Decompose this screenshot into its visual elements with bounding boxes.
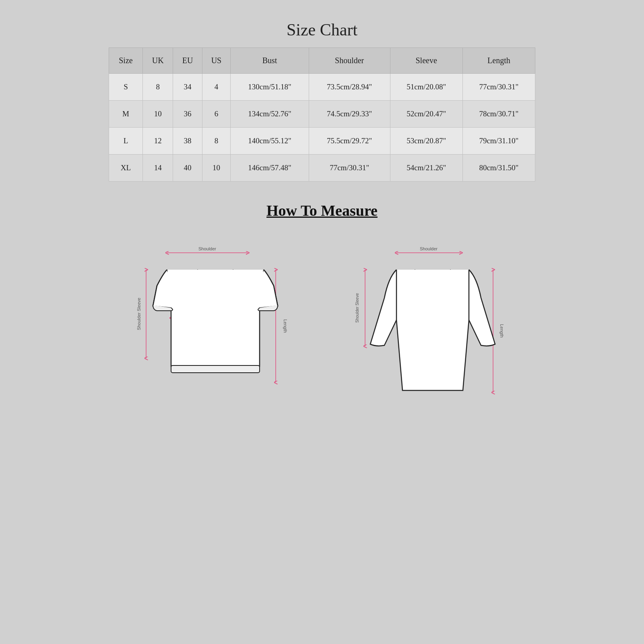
size-chart-table: Size UK EU US Bust Shoulder Sleeve Lengt… (109, 47, 535, 182)
table-cell: 75.5cm/29.72" (309, 128, 390, 155)
table-row: L12388140cm/55.12"75.5cm/29.72"53cm/20.8… (109, 128, 535, 155)
how-to-measure-title: How To Measure (266, 202, 378, 219)
table-cell: 8 (142, 74, 173, 101)
table-cell: 36 (173, 101, 202, 128)
table-cell: 52cm/20.47" (390, 101, 462, 128)
col-sleeve: Sleeve (390, 48, 462, 74)
table-row: M10366134cm/52.76"74.5cm/29.33"52cm/20.4… (109, 101, 535, 128)
diagrams-row: Shoulder Shoulder Sleeve Length Bust (109, 225, 535, 411)
table-cell: 74.5cm/29.33" (309, 101, 390, 128)
table-cell: 140cm/55.12" (231, 128, 309, 155)
table-cell: 12 (142, 128, 173, 155)
page-title: Size Chart (113, 20, 531, 39)
sweater-diagram: Shoulder Shoulder Sleeve Length Bust (113, 233, 318, 402)
col-bust: Bust (231, 48, 309, 74)
table-cell: 6 (202, 101, 231, 128)
table-cell: 10 (202, 155, 231, 182)
table-cell: M (109, 101, 143, 128)
table-cell: 34 (173, 74, 202, 101)
svg-text:Length: Length (283, 319, 288, 333)
col-length: Length (462, 48, 535, 74)
table-cell: 53cm/20.87" (390, 128, 462, 155)
dress-diagram: Shoulder Shoulder Sleeve Length Bust Wai… (326, 233, 531, 402)
table-cell: XL (109, 155, 143, 182)
table-cell: 14 (142, 155, 173, 182)
table-cell: 54cm/21.26" (390, 155, 462, 182)
table-cell: 40 (173, 155, 202, 182)
svg-rect-8 (171, 365, 260, 373)
table-cell: S (109, 74, 143, 101)
table-cell: 4 (202, 74, 231, 101)
col-eu: EU (173, 48, 202, 74)
col-shoulder: Shoulder (309, 48, 390, 74)
table-header-row: Size UK EU US Bust Shoulder Sleeve Lengt… (109, 48, 535, 74)
table-cell: 8 (202, 128, 231, 155)
dress-svg: Shoulder Shoulder Sleeve Length Bust Wai… (344, 233, 513, 402)
table-cell: 38 (173, 128, 202, 155)
svg-text:Shoulder: Shoulder (198, 246, 216, 251)
svg-text:Shoulder: Shoulder (420, 246, 438, 251)
table-cell: 73.5cm/28.94" (309, 74, 390, 101)
table-cell: 77cm/30.31" (462, 74, 535, 101)
svg-text:Shoulder Sleeve: Shoulder Sleeve (136, 298, 141, 330)
table-cell: L (109, 128, 143, 155)
table-cell: 130cm/51.18" (231, 74, 309, 101)
how-to-measure-section: How To Measure (109, 194, 535, 225)
table-cell: 134cm/52.76" (231, 101, 309, 128)
svg-text:Length: Length (500, 324, 504, 338)
svg-text:Shoulder Sleeve: Shoulder Sleeve (355, 293, 359, 323)
table-row: XL144010146cm/57.48"77cm/30.31"54cm/21.2… (109, 155, 535, 182)
col-size: Size (109, 48, 143, 74)
table-cell: 77cm/30.31" (309, 155, 390, 182)
page-container: Size Chart Size UK EU US Bust Shoulder S… (101, 0, 543, 419)
table-cell: 51cm/20.08" (390, 74, 462, 101)
table-cell: 78cm/30.71" (462, 101, 535, 128)
table-row: S8344130cm/51.18"73.5cm/28.94"51cm/20.08… (109, 74, 535, 101)
table-cell: 10 (142, 101, 173, 128)
sweater-svg: Shoulder Shoulder Sleeve Length Bust (131, 233, 300, 402)
table-cell: 79cm/31.10" (462, 128, 535, 155)
title-section: Size Chart (109, 8, 535, 47)
table-cell: 146cm/57.48" (231, 155, 309, 182)
col-uk: UK (142, 48, 173, 74)
col-us: US (202, 48, 231, 74)
table-cell: 80cm/31.50" (462, 155, 535, 182)
